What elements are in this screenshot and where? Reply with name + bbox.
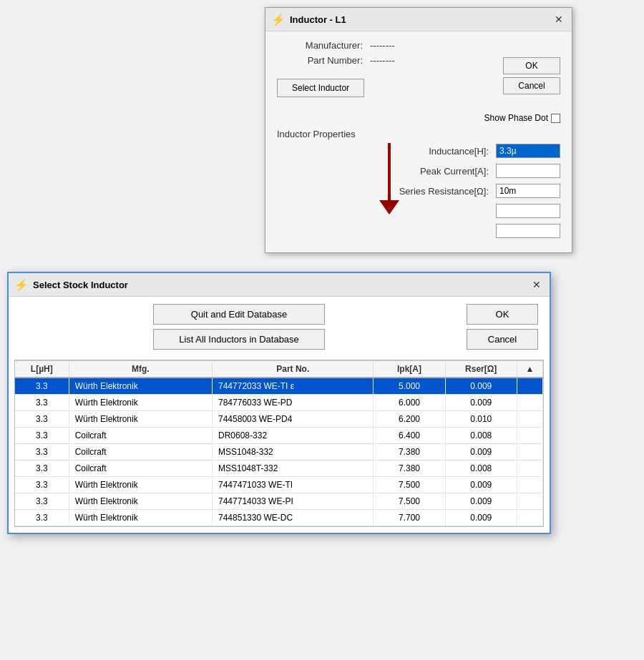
header-row: L[µH] Mfg. Part No. Ipk[A] Rser[Ω] ▲ (15, 361, 543, 378)
cell-ipk: 6.400 (374, 428, 445, 444)
cell-rser: 0.009 (445, 510, 517, 526)
cell-rser: 0.008 (445, 460, 517, 477)
col-header-ipk: Ipk[A] (374, 361, 445, 378)
cell-l: 3.3 (15, 477, 69, 493)
table-row[interactable]: 3.3 Würth Elektronik 784776033 WE-PD 6.0… (15, 395, 543, 411)
inductance-label: Inductance[H]: (429, 146, 496, 157)
inductor-ok-button[interactable]: OK (503, 57, 560, 74)
cell-l: 3.3 (15, 444, 69, 460)
stock-app-icon: ⚡ (14, 278, 29, 292)
inductor-cancel-button[interactable]: Cancel (503, 77, 560, 94)
cell-rser: 0.009 (445, 444, 517, 460)
cell-scroll (517, 395, 542, 411)
peak-current-row: Peak Current[A]: (277, 164, 560, 178)
quit-edit-database-button[interactable]: Quit and Edit Database (153, 304, 325, 325)
col-header-mfg: Mfg. (69, 361, 212, 378)
cell-rser: 0.010 (445, 411, 517, 428)
cell-l: 3.3 (15, 510, 69, 526)
manufacturer-label: Manufacturer: (277, 40, 370, 51)
series-resistance-input[interactable] (496, 184, 560, 198)
extra-row-2 (277, 224, 560, 238)
stock-actions-container: Quit and Edit Database List All Inductor… (9, 297, 550, 357)
peak-current-label: Peak Current[A]: (420, 166, 496, 177)
cell-rser: 0.009 (445, 378, 517, 395)
arrow-shaft (388, 143, 391, 200)
cell-part: 784776033 WE-PD (213, 395, 374, 411)
select-inductor-button[interactable]: Select Inductor (277, 79, 364, 97)
table-row[interactable]: 3.3 Würth Elektronik 744772033 WE-TI ε 5… (15, 378, 543, 395)
right-action-buttons: OK Cancel (467, 304, 538, 350)
table-row[interactable]: 3.3 Würth Elektronik 7447471033 WE-TI 7.… (15, 477, 543, 493)
cell-l: 3.3 (15, 493, 69, 510)
cell-ipk: 7.380 (374, 444, 445, 460)
inductor-app-icon: ⚡ (271, 13, 286, 26)
cell-rser: 0.009 (445, 477, 517, 493)
stock-cancel-button[interactable]: Cancel (467, 329, 538, 350)
cell-scroll (517, 444, 542, 460)
inductor-top-buttons: OK Cancel (503, 57, 560, 94)
cell-ipk: 7.380 (374, 460, 445, 477)
inductor-dialog: ⚡ Inductor - L1 ✕ OK Cancel Manufacturer… (265, 7, 572, 253)
table-row[interactable]: 3.3 Würth Elektronik 7447714033 WE-PI 7.… (15, 493, 543, 510)
left-action-buttons: Quit and Edit Database List All Inductor… (20, 304, 458, 350)
arrow-indicator (379, 143, 399, 215)
show-phase-label: Show Phase Dot (484, 113, 551, 123)
extra-row-1 (277, 204, 560, 218)
cell-part: 744772033 WE-TI ε (213, 378, 374, 395)
table-row[interactable]: 3.3 Coilcraft MSS1048-332 7.380 0.009 (15, 444, 543, 460)
cell-l: 3.3 (15, 411, 69, 428)
cell-ipk: 6.200 (374, 411, 445, 428)
cell-part: 744851330 WE-DC (213, 510, 374, 526)
cell-rser: 0.009 (445, 493, 517, 510)
extra-input-2[interactable] (496, 224, 560, 238)
cell-ipk: 7.500 (374, 477, 445, 493)
inductance-row: Inductance[H]: (277, 144, 560, 158)
cell-l: 3.3 (15, 395, 69, 411)
peak-current-input[interactable] (496, 164, 560, 178)
inductor-body: OK Cancel Manufacturer: -------- Part Nu… (265, 31, 572, 252)
stock-inductor-dialog: ⚡ Select Stock Inductor ✕ Quit and Edit … (7, 272, 551, 534)
cell-l: 3.3 (15, 460, 69, 477)
table-row[interactable]: 3.3 Coilcraft DR0608-332 6.400 0.008 (15, 428, 543, 444)
cell-ipk: 7.500 (374, 493, 445, 510)
table-row[interactable]: 3.3 Coilcraft MSS1048T-332 7.380 0.008 (15, 460, 543, 477)
cell-part: DR0608-332 (213, 428, 374, 444)
table-header: L[µH] Mfg. Part No. Ipk[A] Rser[Ω] ▲ (15, 361, 543, 378)
cell-scroll (517, 493, 542, 510)
inductor-table-container: L[µH] Mfg. Part No. Ipk[A] Rser[Ω] ▲ 3.3… (14, 360, 544, 527)
inductance-input[interactable] (496, 144, 560, 158)
cell-scroll (517, 428, 542, 444)
inductor-table: L[µH] Mfg. Part No. Ipk[A] Rser[Ω] ▲ 3.3… (15, 360, 543, 526)
stock-close-button[interactable]: ✕ (530, 277, 544, 292)
table-row[interactable]: 3.3 Würth Elektronik 74458003 WE-PD4 6.2… (15, 411, 543, 428)
cell-part: 7447714033 WE-PI (213, 493, 374, 510)
col-header-rser: Rser[Ω] (445, 361, 517, 378)
extra-input-1[interactable] (496, 204, 560, 218)
part-number-label: Part Number: (277, 55, 370, 66)
cell-l: 3.3 (15, 378, 69, 395)
cell-mfg: Würth Elektronik (69, 411, 212, 428)
cell-scroll (517, 460, 542, 477)
series-resistance-row: Series Resistance[Ω]: (277, 184, 560, 198)
cell-mfg: Würth Elektronik (69, 477, 212, 493)
cell-mfg: Würth Elektronik (69, 395, 212, 411)
show-phase-checkbox[interactable] (551, 114, 560, 123)
cell-scroll (517, 510, 542, 526)
table-body: 3.3 Würth Elektronik 744772033 WE-TI ε 5… (15, 378, 543, 526)
inductor-close-button[interactable]: ✕ (552, 12, 566, 26)
cell-part: 7447471033 WE-TI (213, 477, 374, 493)
table-row[interactable]: 3.3 Würth Elektronik 744851330 WE-DC 7.7… (15, 510, 543, 526)
inductor-title: Inductor - L1 (290, 14, 346, 25)
list-all-inductors-button[interactable]: List All Inductors in Database (153, 329, 325, 350)
cell-ipk: 5.000 (374, 378, 445, 395)
stock-ok-button[interactable]: OK (467, 304, 538, 325)
cell-part: MSS1048-332 (213, 444, 374, 460)
cell-mfg: Coilcraft (69, 444, 212, 460)
cell-mfg: Coilcraft (69, 460, 212, 477)
cell-part: 74458003 WE-PD4 (213, 411, 374, 428)
cell-ipk: 7.700 (374, 510, 445, 526)
cell-scroll (517, 378, 542, 395)
manufacturer-row: Manufacturer: -------- (277, 40, 560, 51)
cell-mfg: Würth Elektronik (69, 510, 212, 526)
properties-label: Inductor Properties (277, 129, 560, 139)
